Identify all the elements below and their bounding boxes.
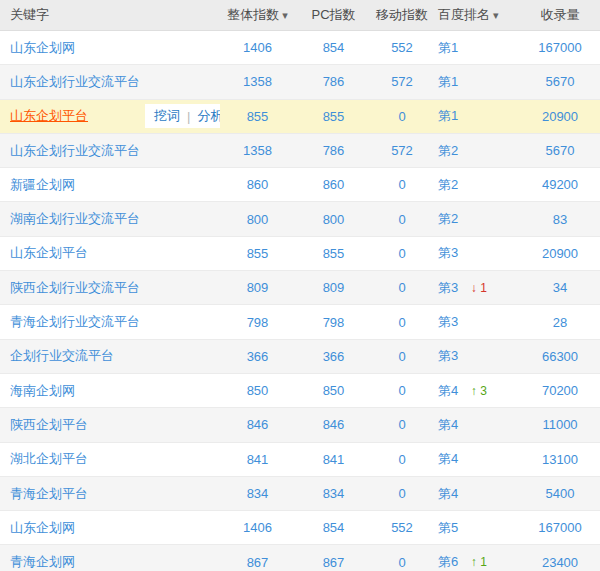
- pc-index-value[interactable]: 855: [323, 246, 345, 261]
- keyword-link[interactable]: 山东企划网: [10, 40, 75, 55]
- pc-index-value[interactable]: 846: [323, 417, 345, 432]
- mobile-index-value[interactable]: 0: [398, 212, 405, 227]
- baidu-rank-value[interactable]: 第4: [438, 451, 458, 466]
- indexed-count-value[interactable]: 5400: [546, 486, 575, 501]
- overall-index-value[interactable]: 850: [247, 383, 269, 398]
- mobile-index-value[interactable]: 0: [398, 177, 405, 192]
- indexed-count-value[interactable]: 5670: [546, 74, 575, 89]
- table-row[interactable]: 企划行业交流平台 366 366 0 第3 66300: [0, 339, 600, 373]
- pc-index-value[interactable]: 860: [323, 177, 345, 192]
- table-row[interactable]: 海南企划网 850 850 0 第4 ↑ 3 70200: [0, 373, 600, 407]
- keyword-link[interactable]: 湖南企划行业交流平台: [10, 211, 140, 226]
- table-row[interactable]: 山东企划网 1406 854 552 第5 167000: [0, 511, 600, 545]
- pc-index-value[interactable]: 854: [323, 520, 345, 535]
- keyword-link[interactable]: 青海企划网: [10, 554, 75, 569]
- baidu-rank-value[interactable]: 第1: [438, 108, 458, 123]
- pc-index-value[interactable]: 850: [323, 383, 345, 398]
- baidu-rank-value[interactable]: 第4: [438, 383, 458, 398]
- baidu-rank-value[interactable]: 第3: [438, 314, 458, 329]
- pc-index-value[interactable]: 854: [323, 40, 345, 55]
- keyword-link[interactable]: 山东企划行业交流平台: [10, 143, 140, 158]
- mobile-index-value[interactable]: 0: [398, 452, 405, 467]
- mobile-index-value[interactable]: 552: [391, 40, 413, 55]
- overall-index-value[interactable]: 1358: [243, 74, 272, 89]
- mobile-index-value[interactable]: 0: [398, 109, 405, 124]
- baidu-rank-value[interactable]: 第2: [438, 143, 458, 158]
- overall-index-value[interactable]: 809: [247, 280, 269, 295]
- baidu-rank-value[interactable]: 第5: [438, 520, 458, 535]
- pc-index-value[interactable]: 366: [323, 349, 345, 364]
- keyword-link[interactable]: 山东企划行业交流平台: [10, 74, 140, 89]
- mobile-index-value[interactable]: 0: [398, 349, 405, 364]
- baidu-rank-value[interactable]: 第4: [438, 417, 458, 432]
- indexed-count-value[interactable]: 66300: [542, 349, 578, 364]
- mobile-index-value[interactable]: 0: [398, 280, 405, 295]
- baidu-rank-value[interactable]: 第3: [438, 280, 458, 295]
- pc-index-value[interactable]: 809: [323, 280, 345, 295]
- table-row[interactable]: 山东企划平台 855 855 0 第3 20900: [0, 236, 600, 270]
- mobile-index-value[interactable]: 0: [398, 417, 405, 432]
- overall-index-value[interactable]: 798: [247, 315, 269, 330]
- pc-index-value[interactable]: 855: [323, 109, 345, 124]
- mobile-index-value[interactable]: 572: [391, 143, 413, 158]
- keyword-link[interactable]: 青海企划行业交流平台: [10, 314, 140, 329]
- indexed-count-value[interactable]: 20900: [542, 109, 578, 124]
- table-row[interactable]: 青海企划网 867 867 0 第6 ↑ 1 23400: [0, 545, 600, 571]
- keyword-link[interactable]: 陕西企划行业交流平台: [10, 280, 140, 295]
- indexed-count-value[interactable]: 34: [553, 280, 567, 295]
- keyword-link[interactable]: 山东企划平台: [10, 245, 88, 260]
- indexed-count-value[interactable]: 28: [553, 315, 567, 330]
- overall-index-value[interactable]: 846: [247, 417, 269, 432]
- table-row[interactable]: 新疆企划网 860 860 0 第2 49200: [0, 168, 600, 202]
- table-row[interactable]: 湖南企划行业交流平台 800 800 0 第2 83: [0, 202, 600, 236]
- baidu-rank-value[interactable]: 第3: [438, 245, 458, 260]
- dig-words-link[interactable]: 挖词: [154, 107, 180, 125]
- keyword-link[interactable]: 山东企划平台: [10, 108, 88, 123]
- baidu-rank-value[interactable]: 第2: [438, 177, 458, 192]
- keyword-link[interactable]: 青海企划平台: [10, 486, 88, 501]
- keyword-link[interactable]: 陕西企划平台: [10, 417, 88, 432]
- overall-index-value[interactable]: 366: [247, 349, 269, 364]
- mobile-index-value[interactable]: 0: [398, 246, 405, 261]
- mobile-index-value[interactable]: 572: [391, 74, 413, 89]
- table-row[interactable]: 山东企划平台 挖词 | 分析 855 855 0 第1 20900: [0, 99, 600, 133]
- indexed-count-value[interactable]: 70200: [542, 383, 578, 398]
- overall-index-value[interactable]: 1406: [243, 40, 272, 55]
- baidu-rank-value[interactable]: 第1: [438, 40, 458, 55]
- overall-index-value[interactable]: 855: [247, 109, 269, 124]
- indexed-count-value[interactable]: 23400: [542, 555, 578, 570]
- mobile-index-value[interactable]: 0: [398, 486, 405, 501]
- column-header-overall-index[interactable]: 整体指数▾: [220, 0, 295, 31]
- keyword-link[interactable]: 湖北企划平台: [10, 451, 88, 466]
- table-row[interactable]: 陕西企划行业交流平台 809 809 0 第3 ↓ 1 34: [0, 271, 600, 305]
- indexed-count-value[interactable]: 167000: [538, 520, 581, 535]
- overall-index-value[interactable]: 860: [247, 177, 269, 192]
- indexed-count-value[interactable]: 20900: [542, 246, 578, 261]
- baidu-rank-value[interactable]: 第2: [438, 211, 458, 226]
- mobile-index-value[interactable]: 0: [398, 555, 405, 570]
- overall-index-value[interactable]: 1406: [243, 520, 272, 535]
- keyword-link[interactable]: 企划行业交流平台: [10, 348, 114, 363]
- pc-index-value[interactable]: 800: [323, 212, 345, 227]
- overall-index-value[interactable]: 841: [247, 452, 269, 467]
- keyword-link[interactable]: 海南企划网: [10, 383, 75, 398]
- pc-index-value[interactable]: 798: [323, 315, 345, 330]
- overall-index-value[interactable]: 800: [247, 212, 269, 227]
- indexed-count-value[interactable]: 5670: [546, 143, 575, 158]
- keyword-link[interactable]: 新疆企划网: [10, 177, 75, 192]
- baidu-rank-value[interactable]: 第1: [438, 74, 458, 89]
- indexed-count-value[interactable]: 49200: [542, 177, 578, 192]
- table-row[interactable]: 山东企划行业交流平台 1358 786 572 第2 5670: [0, 133, 600, 167]
- table-row[interactable]: 陕西企划平台 846 846 0 第4 11000: [0, 408, 600, 442]
- indexed-count-value[interactable]: 13100: [542, 452, 578, 467]
- mobile-index-value[interactable]: 0: [398, 315, 405, 330]
- pc-index-value[interactable]: 786: [323, 143, 345, 158]
- baidu-rank-value[interactable]: 第4: [438, 486, 458, 501]
- pc-index-value[interactable]: 834: [323, 486, 345, 501]
- overall-index-value[interactable]: 834: [247, 486, 269, 501]
- overall-index-value[interactable]: 1358: [243, 143, 272, 158]
- indexed-count-value[interactable]: 167000: [538, 40, 581, 55]
- column-header-baidu-rank[interactable]: 百度排名▾: [432, 0, 520, 31]
- pc-index-value[interactable]: 841: [323, 452, 345, 467]
- overall-index-value[interactable]: 867: [247, 555, 269, 570]
